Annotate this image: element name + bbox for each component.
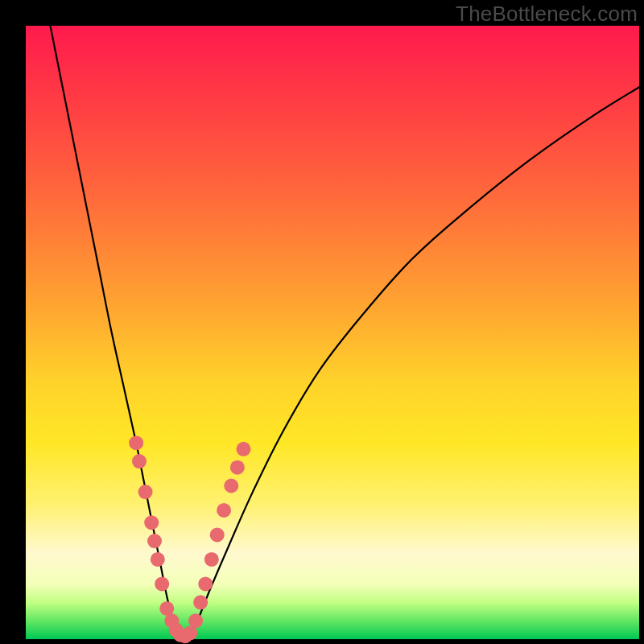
bottleneck-curve (50, 26, 639, 636)
curve-marker (147, 534, 162, 548)
curve-marker (224, 479, 238, 493)
curve-marker (210, 527, 225, 542)
curve-marker (193, 595, 208, 609)
curve-marker (129, 436, 143, 450)
curve-marker (237, 442, 251, 456)
curve-marker (230, 460, 245, 475)
curve-marker (132, 454, 147, 469)
curve-marker (198, 576, 213, 591)
curve-marker (144, 515, 159, 530)
curve-marker (151, 552, 165, 567)
chart-frame: TheBottleneck.com (0, 0, 644, 644)
curve-markers (129, 436, 250, 643)
curve-marker (155, 576, 169, 591)
curve-marker (138, 485, 153, 499)
curve-marker (217, 503, 231, 518)
curve-marker (188, 613, 203, 628)
chart-svg (0, 0, 644, 644)
curve-marker (204, 552, 219, 567)
